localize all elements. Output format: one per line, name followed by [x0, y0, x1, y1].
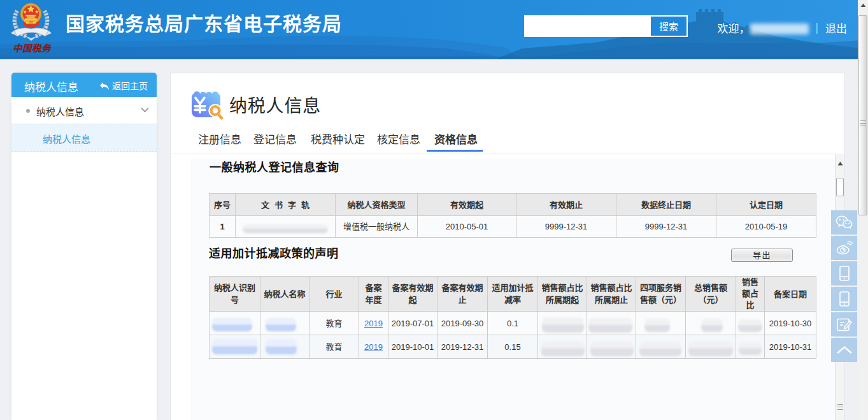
svg-text:中国税务: 中国税务 — [13, 43, 52, 54]
